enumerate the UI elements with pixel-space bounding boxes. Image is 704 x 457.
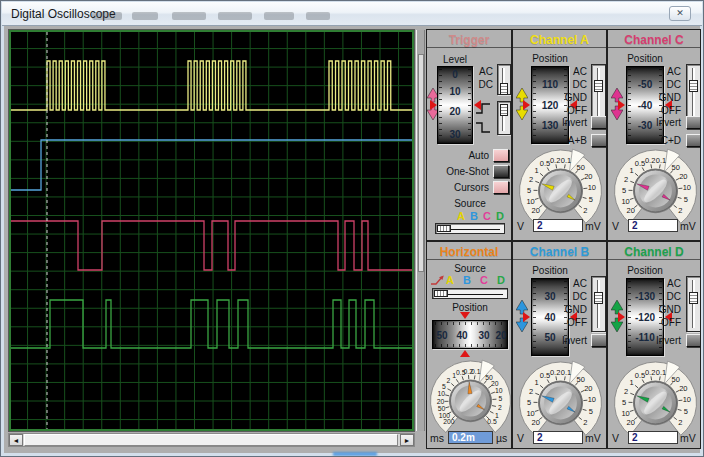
knob-scale-label: 2 (583, 418, 587, 427)
position-label: Position (616, 53, 674, 64)
knob-scale-label: 20 (627, 418, 635, 427)
horizontal-source-handle[interactable] (434, 290, 448, 297)
background-window-artifact (306, 12, 330, 20)
channel-panel-title: Channel D (624, 245, 683, 259)
coupling-dc-label: DC (641, 291, 681, 302)
knob-scale-label: 5 (622, 186, 626, 195)
waveform-canvas[interactable] (9, 30, 414, 431)
trigger-level-display[interactable]: 0 10 20 30 (437, 66, 473, 144)
one-shot-button[interactable] (493, 165, 509, 178)
knob-scale-label: 1 (630, 166, 634, 175)
knob-scale-label: 5 (622, 398, 626, 407)
control-panels: Trigger Level 0 10 20 30 AC DC (426, 29, 701, 449)
knob-scale-label: 20 (532, 206, 540, 215)
vertical-scrollbar[interactable] (416, 30, 425, 431)
invert-button[interactable] (591, 116, 607, 129)
position-tick: 50 (433, 330, 451, 342)
gain-knob[interactable]: 20105210.50.20.150201052 (608, 358, 701, 440)
coupling-handle[interactable] (594, 80, 603, 92)
coupling-handle[interactable] (689, 80, 698, 92)
unit-label-v: V (612, 432, 627, 444)
knob-scale-label: 50 (672, 375, 680, 384)
knob-scale-label: 20 (437, 398, 445, 405)
position-label: Position (521, 265, 579, 276)
close-icon[interactable]: ✕ (669, 6, 691, 21)
gain-value[interactable]: 2 (533, 431, 583, 444)
gain-knob[interactable]: 20105210.50.20.150201052 (608, 146, 701, 228)
horizontal-scrollbar-thumb[interactable] (24, 434, 398, 446)
knob-scale-label: 20 (532, 418, 540, 427)
coupling-slider[interactable] (686, 276, 701, 332)
channel-panel-header: Channel A (513, 30, 606, 48)
invert-label: Invert (547, 335, 587, 346)
channel-panel-header: Channel C (608, 30, 700, 48)
knob-scale-label: 0.1 (471, 368, 481, 375)
coupling-ac-label: AC (453, 66, 493, 77)
timebase-knob[interactable]: 2001005020105210.50.20.15020105210.5 (427, 356, 512, 438)
trigger-coupling-slider[interactable] (497, 64, 511, 95)
gain-value[interactable]: 2 (533, 219, 583, 232)
coupling-handle[interactable] (594, 292, 603, 304)
knob-scale-label: 0.1 (561, 156, 571, 165)
knob-scale-label: 2 (529, 387, 533, 396)
channel-panel-title: Channel A (530, 33, 589, 47)
trigger-coupling-handle[interactable] (500, 83, 508, 95)
scroll-right-icon[interactable]: ► (400, 434, 414, 446)
trigger-panel: Trigger Level 0 10 20 30 AC DC (426, 29, 512, 241)
knob-scale-label: 20 (584, 172, 592, 181)
knob-scale-label: 1 (630, 378, 634, 387)
auto-button[interactable] (493, 149, 509, 162)
knob-scale-label: 0.5 (635, 371, 645, 380)
knob-scale-label: 10 (526, 409, 534, 418)
gain-value[interactable]: 2 (628, 219, 678, 232)
scroll-left-icon[interactable]: ◄ (9, 434, 23, 446)
knob-scale-label: 0.5 (540, 371, 550, 380)
cursors-button[interactable] (493, 181, 509, 194)
knob-scale-label: 10 (683, 183, 691, 192)
scope-display[interactable] (8, 29, 415, 432)
coupling-off-label: OFF (641, 317, 681, 328)
horizontal-source-slider[interactable] (432, 288, 508, 299)
coupling-slider[interactable] (686, 64, 701, 120)
horizontal-position-display[interactable]: 50 40 30 20 (432, 320, 508, 349)
trigger-source-slider[interactable] (435, 223, 505, 234)
invert-button[interactable] (686, 116, 701, 129)
invert-button[interactable] (686, 334, 701, 347)
invert-button[interactable] (591, 334, 607, 347)
coupling-slider[interactable] (591, 64, 606, 120)
unit-label-mv: mV (680, 432, 700, 444)
coupling-handle[interactable] (689, 292, 698, 304)
source-b-label: B (468, 210, 480, 222)
source-a-label: A (444, 274, 456, 286)
level-label: Level (435, 54, 475, 65)
timebase-value[interactable]: 0.2m (448, 431, 493, 444)
trigger-source-handle[interactable] (437, 225, 451, 232)
position-marker-top-arrow (460, 312, 470, 319)
source-label: Source (427, 263, 512, 274)
vertical-scrollbar-thumb[interactable] (418, 54, 424, 272)
knob-scale-label: 50 (438, 405, 446, 412)
knob-scale-label: 10 (621, 197, 629, 206)
gain-knob[interactable]: 20105210.50.20.150201052 (513, 146, 607, 228)
knob-scale-label: 0.2 (645, 156, 655, 165)
background-window-artifact (218, 12, 252, 20)
horizontal-scrollbar[interactable]: ◄ ► (8, 433, 415, 447)
knob-scale-label: 2 (446, 377, 450, 384)
knob-scale-label: 10 (526, 197, 534, 206)
coupling-ac-label: AC (547, 66, 587, 77)
trigger-edge-slider[interactable] (497, 101, 511, 135)
gain-knob[interactable]: 20105210.50.20.150201052 (513, 358, 607, 440)
gain-value[interactable]: 2 (628, 431, 678, 444)
level-tick: 30 (438, 129, 472, 141)
trigger-panel-header: Trigger (427, 30, 511, 48)
knob-scale-label: 10 (438, 390, 446, 397)
source-d-label: D (494, 210, 506, 222)
coupling-gnd-label: GND (547, 304, 587, 315)
coupling-ac-label: AC (641, 66, 681, 77)
trigger-edge-handle[interactable] (500, 104, 508, 116)
coupling-ac-label: AC (547, 278, 587, 289)
coupling-slider[interactable] (591, 276, 606, 332)
source-b-label: B (461, 274, 473, 286)
oscilloscope-window: Digital Oscilloscope ✕ ◄ ► Trigger Level… (0, 0, 704, 457)
coupling-gnd-label: GND (641, 304, 681, 315)
